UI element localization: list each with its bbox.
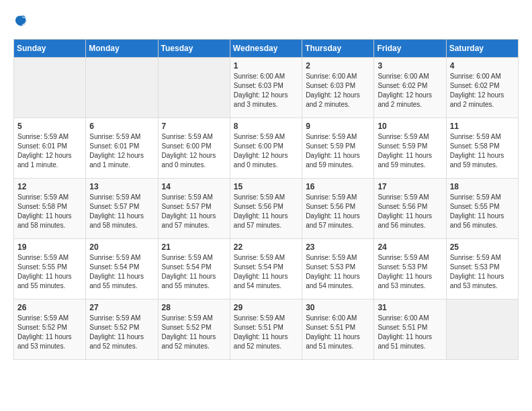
- day-info: Sunrise: 5:59 AMSunset: 5:54 PMDaylight:…: [89, 253, 154, 291]
- day-header-monday: Monday: [86, 40, 158, 58]
- calendar-cell: 4Sunrise: 6:00 AMSunset: 6:02 PMDaylight…: [446, 58, 518, 118]
- day-number: 5: [17, 122, 82, 131]
- day-info: Sunrise: 5:59 AMSunset: 5:51 PMDaylight:…: [234, 314, 298, 351]
- day-number: 10: [378, 122, 442, 131]
- calendar-cell: 22Sunrise: 5:59 AMSunset: 5:54 PMDayligh…: [230, 239, 302, 300]
- day-info: Sunrise: 5:59 AMSunset: 5:56 PMDaylight:…: [234, 193, 298, 230]
- day-info: Sunrise: 6:00 AMSunset: 5:51 PMDaylight:…: [378, 314, 442, 351]
- day-number: 3: [378, 61, 442, 71]
- calendar-cell: [158, 58, 230, 118]
- day-number: 17: [378, 182, 442, 191]
- day-info: Sunrise: 5:59 AMSunset: 6:00 PMDaylight:…: [234, 132, 298, 170]
- calendar-cell: 12Sunrise: 5:59 AMSunset: 5:58 PMDayligh…: [14, 179, 86, 239]
- day-info: Sunrise: 6:00 AMSunset: 5:51 PMDaylight:…: [306, 314, 370, 351]
- calendar-table: SundayMondayTuesdayWednesdayThursdayFrid…: [13, 39, 519, 360]
- calendar-cell: 20Sunrise: 5:59 AMSunset: 5:54 PMDayligh…: [86, 239, 158, 300]
- day-info: Sunrise: 5:59 AMSunset: 5:55 PMDaylight:…: [450, 193, 515, 230]
- day-info: Sunrise: 5:59 AMSunset: 5:53 PMDaylight:…: [378, 253, 442, 291]
- day-number: 23: [306, 242, 370, 252]
- day-number: 15: [234, 182, 298, 191]
- day-header-thursday: Thursday: [302, 40, 374, 58]
- day-number: 24: [378, 242, 442, 252]
- calendar-cell: 8Sunrise: 5:59 AMSunset: 6:00 PMDaylight…: [230, 118, 302, 179]
- day-info: Sunrise: 6:00 AMSunset: 6:02 PMDaylight:…: [450, 72, 515, 109]
- logo: [13, 13, 31, 28]
- day-number: 13: [89, 182, 154, 191]
- header-row: SundayMondayTuesdayWednesdayThursdayFrid…: [14, 40, 519, 58]
- day-info: Sunrise: 5:59 AMSunset: 5:54 PMDaylight:…: [162, 253, 226, 291]
- calendar-cell: 23Sunrise: 5:59 AMSunset: 5:53 PMDayligh…: [302, 239, 374, 300]
- calendar-cell: 29Sunrise: 5:59 AMSunset: 5:51 PMDayligh…: [230, 300, 302, 360]
- week-row: 5Sunrise: 5:59 AMSunset: 6:01 PMDaylight…: [14, 118, 519, 179]
- calendar-cell: 17Sunrise: 5:59 AMSunset: 5:56 PMDayligh…: [374, 179, 446, 239]
- day-info: Sunrise: 5:59 AMSunset: 5:58 PMDaylight:…: [450, 132, 515, 170]
- calendar-cell: 9Sunrise: 5:59 AMSunset: 5:59 PMDaylight…: [302, 118, 374, 179]
- day-info: Sunrise: 5:59 AMSunset: 6:01 PMDaylight:…: [17, 132, 82, 170]
- day-info: Sunrise: 5:59 AMSunset: 5:57 PMDaylight:…: [162, 193, 226, 230]
- day-number: 30: [306, 303, 370, 312]
- day-info: Sunrise: 5:59 AMSunset: 5:58 PMDaylight:…: [17, 193, 82, 230]
- day-number: 1: [234, 61, 298, 71]
- calendar-cell: 10Sunrise: 5:59 AMSunset: 5:59 PMDayligh…: [374, 118, 446, 179]
- day-header-sunday: Sunday: [14, 40, 86, 58]
- day-number: 6: [89, 122, 154, 131]
- day-info: Sunrise: 5:59 AMSunset: 5:56 PMDaylight:…: [378, 193, 442, 230]
- day-number: 18: [450, 182, 515, 191]
- day-info: Sunrise: 5:59 AMSunset: 5:59 PMDaylight:…: [378, 132, 442, 170]
- calendar-cell: [446, 300, 518, 360]
- calendar-cell: 21Sunrise: 5:59 AMSunset: 5:54 PMDayligh…: [158, 239, 230, 300]
- day-number: 12: [17, 182, 82, 191]
- day-info: Sunrise: 5:59 AMSunset: 5:57 PMDaylight:…: [89, 193, 154, 230]
- day-info: Sunrise: 5:59 AMSunset: 5:52 PMDaylight:…: [162, 314, 226, 351]
- day-number: 16: [306, 182, 370, 191]
- day-info: Sunrise: 6:00 AMSunset: 6:03 PMDaylight:…: [306, 72, 370, 109]
- day-number: 4: [450, 61, 515, 71]
- day-info: Sunrise: 5:59 AMSunset: 5:52 PMDaylight:…: [89, 314, 154, 351]
- week-row: 12Sunrise: 5:59 AMSunset: 5:58 PMDayligh…: [14, 179, 519, 239]
- calendar-cell: 30Sunrise: 6:00 AMSunset: 5:51 PMDayligh…: [302, 300, 374, 360]
- day-number: 28: [162, 303, 226, 312]
- calendar-cell: 5Sunrise: 5:59 AMSunset: 6:01 PMDaylight…: [14, 118, 86, 179]
- calendar-cell: 19Sunrise: 5:59 AMSunset: 5:55 PMDayligh…: [14, 239, 86, 300]
- week-row: 19Sunrise: 5:59 AMSunset: 5:55 PMDayligh…: [14, 239, 519, 300]
- day-number: 25: [450, 242, 515, 252]
- calendar-cell: 7Sunrise: 5:59 AMSunset: 6:00 PMDaylight…: [158, 118, 230, 179]
- calendar-cell: [14, 58, 86, 118]
- day-header-tuesday: Tuesday: [158, 40, 230, 58]
- calendar-cell: 1Sunrise: 6:00 AMSunset: 6:03 PMDaylight…: [230, 58, 302, 118]
- day-info: Sunrise: 6:00 AMSunset: 6:02 PMDaylight:…: [378, 72, 442, 109]
- week-row: 1Sunrise: 6:00 AMSunset: 6:03 PMDaylight…: [14, 58, 519, 118]
- calendar-cell: 27Sunrise: 5:59 AMSunset: 5:52 PMDayligh…: [86, 300, 158, 360]
- day-number: 29: [234, 303, 298, 312]
- day-number: 11: [450, 122, 515, 131]
- calendar-cell: 3Sunrise: 6:00 AMSunset: 6:02 PMDaylight…: [374, 58, 446, 118]
- day-number: 9: [306, 122, 370, 131]
- day-info: Sunrise: 5:59 AMSunset: 5:53 PMDaylight:…: [450, 253, 515, 291]
- calendar-cell: 15Sunrise: 5:59 AMSunset: 5:56 PMDayligh…: [230, 179, 302, 239]
- calendar-cell: 26Sunrise: 5:59 AMSunset: 5:52 PMDayligh…: [14, 300, 86, 360]
- calendar-cell: 25Sunrise: 5:59 AMSunset: 5:53 PMDayligh…: [446, 239, 518, 300]
- day-number: 22: [234, 242, 298, 252]
- day-number: 20: [89, 242, 154, 252]
- calendar-cell: 13Sunrise: 5:59 AMSunset: 5:57 PMDayligh…: [86, 179, 158, 239]
- day-number: 21: [162, 242, 226, 252]
- calendar-cell: 14Sunrise: 5:59 AMSunset: 5:57 PMDayligh…: [158, 179, 230, 239]
- day-info: Sunrise: 5:59 AMSunset: 5:55 PMDaylight:…: [17, 253, 82, 291]
- day-info: Sunrise: 5:59 AMSunset: 5:59 PMDaylight:…: [306, 132, 370, 170]
- day-number: 7: [162, 122, 226, 131]
- day-info: Sunrise: 5:59 AMSunset: 5:54 PMDaylight:…: [234, 253, 298, 291]
- day-number: 31: [378, 303, 442, 312]
- calendar-cell: 11Sunrise: 5:59 AMSunset: 5:58 PMDayligh…: [446, 118, 518, 179]
- calendar-cell: 6Sunrise: 5:59 AMSunset: 6:01 PMDaylight…: [86, 118, 158, 179]
- day-header-wednesday: Wednesday: [230, 40, 302, 58]
- day-info: Sunrise: 5:59 AMSunset: 6:00 PMDaylight:…: [162, 132, 226, 170]
- week-row: 26Sunrise: 5:59 AMSunset: 5:52 PMDayligh…: [14, 300, 519, 360]
- logo-icon: [13, 13, 28, 28]
- day-header-saturday: Saturday: [446, 40, 518, 58]
- calendar-cell: 16Sunrise: 5:59 AMSunset: 5:56 PMDayligh…: [302, 179, 374, 239]
- calendar-cell: 24Sunrise: 5:59 AMSunset: 5:53 PMDayligh…: [374, 239, 446, 300]
- day-info: Sunrise: 5:59 AMSunset: 5:53 PMDaylight:…: [306, 253, 370, 291]
- calendar-cell: [86, 58, 158, 118]
- day-number: 2: [306, 61, 370, 71]
- day-info: Sunrise: 5:59 AMSunset: 5:52 PMDaylight:…: [17, 314, 82, 351]
